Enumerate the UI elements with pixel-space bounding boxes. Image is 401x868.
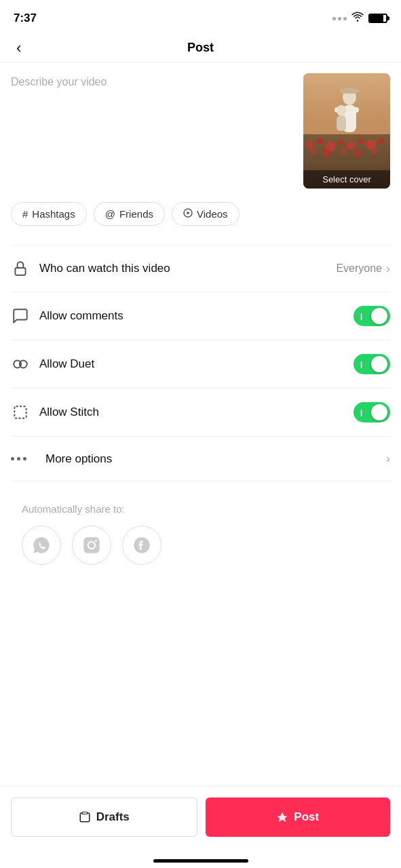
who-can-watch-label: Who can watch this video — [39, 262, 170, 275]
drafts-button[interactable]: Drafts — [11, 797, 197, 837]
allow-stitch-row: Allow Stitch | — [11, 389, 390, 437]
allow-stitch-left: Allow Stitch — [11, 403, 99, 422]
friends-label: Friends — [119, 208, 153, 220]
description-placeholder: Describe your video — [11, 76, 107, 87]
svg-point-31 — [95, 540, 97, 542]
allow-duet-toggle[interactable]: | — [354, 354, 390, 374]
more-options-chevron-icon: › — [386, 452, 390, 466]
allow-comments-label: Allow comments — [39, 309, 123, 323]
svg-rect-28 — [14, 406, 26, 418]
svg-point-21 — [337, 105, 346, 116]
hashtag-icon: # — [22, 208, 28, 220]
whatsapp-button[interactable] — [22, 526, 61, 565]
tag-buttons: # Hashtags @ Friends Videos — [11, 202, 390, 226]
allow-comments-toggle[interactable]: | — [354, 306, 390, 326]
videos-label: Videos — [197, 208, 228, 220]
instagram-icon — [82, 536, 101, 555]
instagram-button[interactable] — [72, 526, 111, 565]
facebook-button[interactable] — [122, 526, 161, 565]
allow-duet-toggle-wrap[interactable]: | — [354, 354, 390, 374]
whatsapp-icon — [32, 536, 51, 555]
lock-icon — [11, 259, 30, 278]
more-options-row[interactable]: More options › — [11, 437, 390, 481]
at-icon: @ — [105, 208, 115, 220]
signal-icon — [332, 17, 347, 20]
allow-comments-toggle-wrap[interactable]: | — [354, 306, 390, 326]
settings-section: Who can watch this video Everyone › Allo… — [11, 245, 390, 481]
svg-rect-17 — [344, 88, 355, 94]
who-can-watch-row[interactable]: Who can watch this video Everyone › — [11, 245, 390, 292]
hashtags-label: Hashtags — [32, 208, 75, 220]
social-icons — [22, 526, 379, 565]
svg-rect-20 — [351, 107, 359, 113]
drafts-label: Drafts — [96, 810, 130, 824]
svg-marker-24 — [187, 212, 190, 215]
allow-duet-row: Allow Duet | — [11, 340, 390, 389]
status-time: 7:37 — [14, 12, 37, 25]
more-options-left: More options — [11, 452, 112, 466]
who-can-watch-right: Everyone › — [336, 262, 390, 276]
svg-point-5 — [337, 139, 344, 146]
svg-point-12 — [341, 148, 347, 155]
allow-comments-row: Allow comments | — [11, 292, 390, 340]
who-can-watch-value: Everyone — [336, 262, 382, 275]
comment-icon — [11, 307, 30, 326]
home-indicator — [153, 859, 248, 863]
duet-icon — [11, 355, 30, 374]
back-button[interactable]: ‹ — [11, 37, 26, 60]
video-thumbnail[interactable]: Select cover — [303, 73, 390, 189]
friends-button[interactable]: @ Friends — [94, 202, 165, 226]
allow-duet-label: Allow Duet — [39, 357, 94, 371]
more-options-icon — [11, 457, 26, 460]
svg-point-8 — [366, 140, 376, 149]
play-icon — [183, 208, 193, 220]
svg-point-6 — [347, 142, 355, 150]
who-can-watch-left: Who can watch this video — [11, 259, 170, 278]
svg-point-14 — [371, 148, 378, 155]
select-cover-label[interactable]: Select cover — [303, 170, 390, 189]
svg-rect-29 — [83, 537, 99, 553]
videos-button[interactable]: Videos — [172, 202, 240, 226]
more-options-label: More options — [45, 452, 112, 466]
svg-point-9 — [378, 138, 385, 144]
status-bar: 7:37 — [0, 0, 401, 34]
allow-duet-left: Allow Duet — [11, 355, 94, 374]
wifi-icon — [351, 12, 364, 25]
post-label: Post — [294, 810, 319, 824]
svg-rect-25 — [15, 268, 25, 275]
hashtags-button[interactable]: # Hashtags — [11, 202, 87, 226]
status-icons — [332, 12, 387, 25]
facebook-icon — [132, 536, 151, 555]
allow-stitch-label: Allow Stitch — [39, 406, 99, 419]
svg-point-2 — [306, 140, 314, 149]
chevron-right-icon: › — [386, 262, 390, 276]
auto-share-section: Automatically share to: — [11, 481, 390, 576]
description-area[interactable]: Describe your video — [11, 73, 295, 189]
stitch-icon — [11, 403, 30, 422]
svg-point-7 — [358, 138, 364, 144]
svg-rect-34 — [82, 812, 88, 814]
battery-icon — [368, 14, 387, 23]
svg-point-13 — [354, 149, 362, 157]
allow-stitch-toggle-wrap[interactable]: | — [354, 402, 390, 422]
post-icon — [276, 811, 288, 823]
svg-point-11 — [323, 149, 331, 157]
video-section: Describe your video — [11, 73, 390, 189]
svg-rect-22 — [337, 116, 346, 131]
header: ‹ Post — [0, 34, 401, 62]
allow-comments-left: Allow comments — [11, 307, 123, 326]
auto-share-label: Automatically share to: — [22, 503, 379, 515]
post-button[interactable]: Post — [206, 797, 391, 837]
action-bar: Drafts Post — [0, 786, 401, 848]
drafts-icon — [79, 811, 91, 823]
svg-point-3 — [317, 138, 324, 144]
allow-stitch-toggle[interactable]: | — [354, 402, 390, 422]
page-title: Post — [187, 41, 214, 55]
svg-point-10 — [310, 148, 317, 155]
